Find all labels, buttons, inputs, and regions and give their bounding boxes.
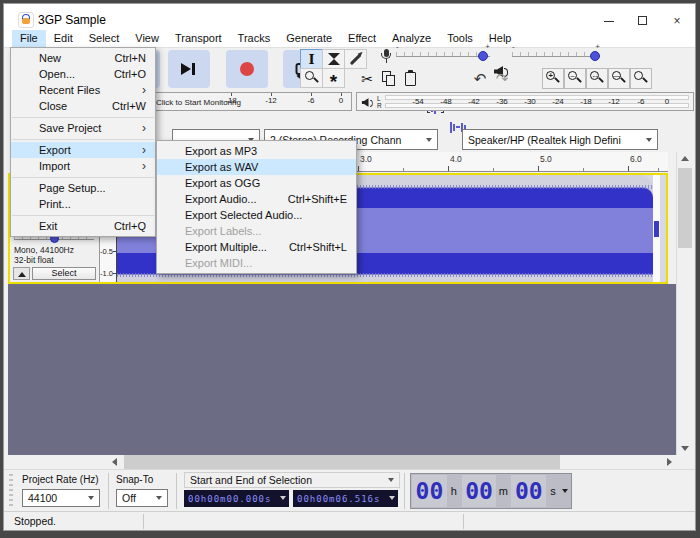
record-button[interactable] bbox=[226, 50, 268, 88]
meter-tick-label: -24 bbox=[552, 97, 564, 106]
meter-tick-label: -42 bbox=[468, 97, 480, 106]
draw-tool-button[interactable] bbox=[344, 49, 367, 69]
file-menu-export[interactable]: Export bbox=[11, 142, 155, 158]
vertical-scrollbar-thumb[interactable] bbox=[678, 168, 692, 248]
recording-volume-slider[interactable]: - + bbox=[396, 50, 490, 60]
export-as-ogg[interactable]: Export as OGG bbox=[157, 175, 356, 191]
file-menu-import[interactable]: Import bbox=[11, 158, 155, 174]
scroll-up-button[interactable] bbox=[677, 152, 693, 166]
file-menu-page-setup[interactable]: Page Setup... bbox=[11, 180, 155, 196]
audio-position-display[interactable]: 00 h 00 m 00 s bbox=[410, 473, 572, 509]
close-button[interactable]: × bbox=[664, 12, 690, 30]
audacity-logo-icon bbox=[18, 12, 34, 28]
file-menu-save-project[interactable]: Save Project bbox=[11, 120, 155, 136]
export-multiple[interactable]: Export Multiple...Ctrl+Shift+L bbox=[157, 239, 356, 255]
submenu-arrow-icon bbox=[142, 159, 146, 173]
recording-volume-thumb[interactable] bbox=[478, 51, 488, 61]
scroll-right-button[interactable] bbox=[662, 455, 676, 469]
menu-tracks[interactable]: Tracks bbox=[230, 30, 279, 47]
microphone-icon bbox=[380, 49, 392, 64]
empty-workspace bbox=[8, 284, 676, 455]
file-menu-close[interactable]: CloseCtrl+W bbox=[11, 98, 155, 114]
zoom-out-button[interactable]: – bbox=[564, 68, 586, 89]
toolbar-grip[interactable] bbox=[9, 474, 13, 508]
menu-edit[interactable]: Edit bbox=[46, 30, 81, 47]
scroll-down-button[interactable] bbox=[677, 441, 693, 455]
paste-button[interactable] bbox=[401, 69, 421, 89]
multi-tool-button[interactable] bbox=[322, 68, 345, 88]
zoom-toggle-button[interactable] bbox=[630, 68, 652, 89]
menu-view[interactable]: View bbox=[127, 30, 167, 47]
undo-button[interactable] bbox=[470, 69, 490, 89]
export-audio[interactable]: Export Audio...Ctrl+Shift+E bbox=[157, 191, 356, 207]
zoom-selection-button[interactable]: ↔ bbox=[586, 68, 608, 89]
horizontal-scrollbar[interactable] bbox=[108, 455, 676, 469]
file-menu-recent-files[interactable]: Recent Files bbox=[11, 82, 155, 98]
recording-meter[interactable]: Click to Start Monitoring -18 -12 -6 0 bbox=[150, 92, 352, 111]
horizontal-scrollbar-thumb[interactable] bbox=[124, 455, 560, 469]
file-menu-new[interactable]: NewCtrl+N bbox=[11, 50, 155, 66]
track-select-button[interactable]: Select bbox=[32, 267, 96, 280]
minimize-button[interactable] bbox=[596, 12, 622, 30]
position-seconds: 00 bbox=[511, 475, 546, 507]
menu-effect[interactable]: Effect bbox=[340, 30, 384, 47]
menu-select[interactable]: Select bbox=[81, 30, 128, 47]
menu-generate[interactable]: Generate bbox=[278, 30, 340, 47]
snap-to-combo[interactable]: Off bbox=[116, 489, 168, 507]
menu-tools[interactable]: Tools bbox=[439, 30, 481, 47]
position-minutes: 00 bbox=[462, 475, 497, 507]
selection-mode-combo[interactable]: Start and End of Selection bbox=[184, 472, 400, 488]
snap-to-label: Snap-To bbox=[116, 474, 153, 485]
status-message: Stopped. bbox=[14, 515, 56, 527]
selection-start-field[interactable]: 00h00m00.000s bbox=[184, 490, 289, 507]
maximize-button[interactable] bbox=[630, 12, 656, 30]
project-rate-combo[interactable]: 44100 bbox=[22, 489, 100, 507]
meter-tick-label: -36 bbox=[496, 97, 508, 106]
project-rate-label: Project Rate (Hz) bbox=[22, 474, 99, 485]
meter-tick-label: -6 bbox=[307, 96, 314, 105]
file-menu: NewCtrl+N Open...Ctrl+O Recent Files Clo… bbox=[10, 47, 156, 237]
right-channel-label: R bbox=[377, 102, 382, 109]
export-submenu: Export as MP3 Export as WAV Export as OG… bbox=[156, 140, 357, 274]
meter-tick-label: -30 bbox=[524, 97, 536, 106]
file-menu-open[interactable]: Open...Ctrl+O bbox=[11, 66, 155, 82]
position-format-dropdown[interactable] bbox=[560, 474, 571, 508]
collapse-track-button[interactable] bbox=[13, 267, 30, 280]
skip-to-end-button[interactable] bbox=[168, 50, 210, 88]
export-selected-audio[interactable]: Export Selected Audio... bbox=[157, 207, 356, 223]
redo-button[interactable] bbox=[492, 69, 512, 89]
zoom-fit-button[interactable]: — bbox=[608, 68, 630, 89]
meter-tick-label: -18 bbox=[580, 97, 592, 106]
scale-label: -0.5 bbox=[100, 247, 113, 256]
export-as-mp3[interactable]: Export as MP3 bbox=[157, 143, 356, 159]
minutes-unit: m bbox=[496, 474, 510, 508]
menu-analyze[interactable]: Analyze bbox=[384, 30, 439, 47]
meter-tick-label: 0 bbox=[339, 96, 343, 105]
menu-file[interactable]: File bbox=[12, 30, 46, 47]
menu-separator bbox=[12, 117, 154, 118]
envelope-tool-button[interactable] bbox=[322, 49, 345, 69]
menu-separator bbox=[12, 177, 154, 178]
magnifier-icon bbox=[304, 70, 320, 86]
playback-device-combo[interactable]: Speaker/HP (Realtek High Defini bbox=[462, 129, 658, 150]
copy-button[interactable] bbox=[379, 69, 399, 89]
file-menu-exit[interactable]: ExitCtrl+Q bbox=[11, 218, 155, 234]
file-menu-print[interactable]: Print... bbox=[11, 196, 155, 212]
zoom-in-button[interactable]: + bbox=[542, 68, 564, 89]
meter-tick-label: -54 bbox=[412, 97, 424, 106]
timeline-label: 5.0 bbox=[540, 154, 552, 164]
vertical-scrollbar[interactable] bbox=[676, 152, 692, 455]
playback-volume-slider[interactable]: - + bbox=[512, 50, 600, 60]
export-as-wav[interactable]: Export as WAV bbox=[157, 159, 356, 175]
selection-tool-button[interactable] bbox=[300, 49, 323, 69]
clip-drag-handle[interactable] bbox=[654, 221, 659, 237]
menu-transport[interactable]: Transport bbox=[167, 30, 230, 47]
minus-label: - bbox=[396, 42, 399, 51]
export-labels: Export Labels... bbox=[157, 223, 356, 239]
selection-end-field[interactable]: 00h00m06.516s bbox=[293, 490, 398, 507]
zoom-tool-button[interactable] bbox=[300, 68, 323, 88]
scroll-left-button[interactable] bbox=[108, 455, 122, 469]
cut-button[interactable] bbox=[357, 69, 377, 89]
playback-meter: L R -54 -48 -42 -36 -30 -24 -18 -12 -6 0 bbox=[356, 92, 694, 111]
playback-volume-thumb[interactable] bbox=[590, 51, 600, 61]
